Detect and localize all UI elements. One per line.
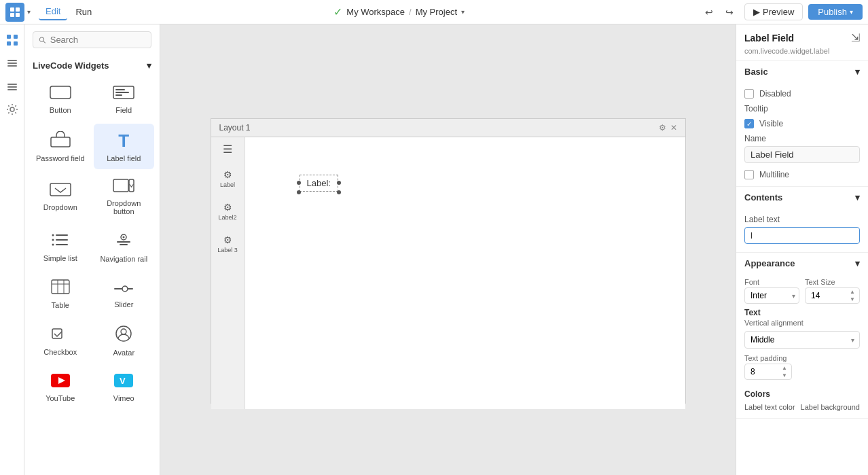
layout-main[interactable]: Label:	[245, 137, 685, 409]
widget-item-vimeo[interactable]: V Vimeo	[94, 366, 155, 409]
workspace-link[interactable]: My Workspace	[346, 7, 405, 17]
disabled-label: Disabled	[759, 89, 860, 99]
section-basic-header[interactable]: Basic ▾	[736, 61, 868, 82]
svg-point-15	[39, 37, 43, 41]
search-box[interactable]	[33, 31, 151, 48]
layout-body: ☰ ⚙ Label ⚙ Label2 ⚙ Label 3	[211, 137, 685, 409]
font-select[interactable]: Inter	[744, 287, 799, 304]
widget-label: Field	[115, 106, 132, 114]
widget-item-navigation-rail[interactable]: Navigation rail	[94, 225, 155, 270]
disabled-checkbox[interactable]	[744, 89, 754, 99]
navigation-rail-icon	[114, 232, 133, 252]
project-chevron-icon[interactable]: ▾	[461, 8, 465, 16]
widget-item-field[interactable]: Field	[94, 79, 155, 121]
section-appearance-header[interactable]: Appearance ▾	[736, 253, 868, 274]
vertical-align-select-wrap: Middle Top Bottom ▾	[744, 331, 860, 349]
widget-label: Checkbox	[43, 348, 77, 356]
publish-label: Publish	[818, 7, 847, 17]
svg-rect-31	[56, 244, 68, 245]
label-field-icon: T	[118, 130, 129, 152]
logo-chevron-icon[interactable]: ▾	[27, 8, 31, 16]
section-appearance-chevron-icon: ▾	[855, 258, 860, 268]
project-link[interactable]: My Project	[416, 7, 457, 17]
section-contents-header[interactable]: Contents ▾	[736, 187, 868, 208]
widget-item-youtube[interactable]: YouTube	[30, 366, 91, 409]
text-padding-up-button[interactable]: ▲	[778, 364, 791, 372]
widget-item-dropdown-button[interactable]: Dropdown button	[94, 172, 155, 222]
undo-button[interactable]: ↩	[700, 3, 719, 22]
vertical-align-select[interactable]: Middle Top Bottom	[744, 331, 860, 349]
visible-checkbox[interactable]: ✓	[744, 119, 754, 128]
svg-rect-10	[7, 65, 17, 67]
label-widget[interactable]: Label:	[300, 175, 338, 192]
gear-icon-1: ⚙	[223, 169, 232, 180]
publish-button[interactable]: Publish ▾	[808, 4, 863, 20]
widget-item-avatar[interactable]: Avatar	[94, 319, 155, 364]
svg-rect-36	[52, 280, 69, 294]
icon-sidebar	[0, 24, 24, 475]
sidebar-nav-label-2: Label2	[218, 214, 236, 221]
widget-item-simple-list[interactable]: Simple list	[30, 225, 91, 270]
label-text-input-wrap	[744, 227, 860, 248]
sidebar-nav-item-2[interactable]: ⚙ Label2	[218, 202, 236, 221]
widget-item-label-field[interactable]: T Label field	[94, 124, 155, 169]
widget-label: Simple list	[43, 254, 77, 262]
topbar: ▾ Edit Run ✓ My Workspace / My Project ▾…	[0, 0, 868, 24]
svg-text:V: V	[120, 376, 126, 386]
text-size-up-button[interactable]: ▲	[846, 288, 858, 296]
widget-item-dropdown[interactable]: Dropdown	[30, 172, 91, 222]
widget-item-password[interactable]: Password field	[30, 124, 91, 169]
preview-button[interactable]: ▶ Preview	[744, 3, 803, 20]
sidebar-layers-button[interactable]	[2, 53, 22, 73]
label-text-input[interactable]	[744, 227, 860, 244]
svg-rect-17	[50, 86, 71, 99]
sidebar-settings-button[interactable]	[2, 99, 22, 120]
search-input[interactable]	[50, 35, 145, 45]
redo-button[interactable]: ↪	[720, 3, 739, 22]
widget-item-checkbox[interactable]: Checkbox	[30, 319, 91, 364]
label-background-label: Label background	[801, 403, 860, 411]
sidebar-nav-item-3[interactable]: ⚙ Label 3	[217, 234, 238, 253]
widget-item-table[interactable]: Table	[30, 272, 91, 316]
label-text-color-label: Label text color	[744, 403, 795, 411]
props-expand-icon[interactable]: ⇲	[851, 31, 860, 44]
widget-item-slider[interactable]: Slider	[94, 272, 155, 316]
text-size-down-button[interactable]: ▼	[846, 296, 858, 303]
app-logo[interactable]	[5, 3, 24, 22]
svg-rect-21	[115, 94, 122, 96]
handle-bottom-left	[297, 190, 301, 194]
svg-rect-4	[7, 35, 11, 39]
svg-rect-6	[7, 41, 11, 46]
sidebar-nav-label-1: Label	[220, 181, 235, 188]
sidebar-nav-item-1[interactable]: ⚙ Label	[220, 169, 235, 188]
layout-close-icon[interactable]: ✕	[670, 123, 677, 133]
sidebar-menu-button[interactable]	[2, 76, 22, 96]
layout-settings-icon[interactable]: ⚙	[659, 123, 666, 133]
sidebar-widgets-button[interactable]	[2, 30, 22, 50]
svg-rect-3	[16, 13, 20, 17]
topbar-left: ▾ Edit Run	[5, 3, 98, 22]
widget-item-button[interactable]: Button	[30, 79, 91, 121]
svg-point-26	[52, 234, 54, 236]
tooltip-label: Tooltip	[744, 104, 860, 113]
widget-category-header[interactable]: LiveCode Widgets ▾	[24, 55, 160, 76]
field-icon	[113, 86, 134, 103]
name-input[interactable]	[744, 146, 860, 163]
nav-edit[interactable]: Edit	[39, 3, 67, 20]
gear-icon-3: ⚙	[223, 234, 232, 245]
props-panel: Label Field ⇲ com.livecode.widget.label …	[736, 24, 868, 475]
search-icon	[39, 36, 46, 44]
hamburger-icon[interactable]: ☰	[223, 143, 232, 156]
topbar-nav: Edit Run	[39, 3, 98, 20]
svg-rect-27	[56, 234, 68, 236]
svg-rect-22	[51, 137, 70, 147]
font-size-row: Font Inter ▾ Text Size	[744, 278, 860, 304]
text-padding-down-button[interactable]: ▼	[778, 372, 791, 379]
section-basic: Basic ▾ Disabled Tooltip ✓ Visible Name	[736, 61, 868, 187]
multiline-checkbox[interactable]	[744, 170, 754, 179]
vertical-align-label: Vertical alignment	[744, 319, 860, 327]
prop-row-label-text: Label text	[744, 212, 860, 227]
youtube-icon	[50, 373, 71, 391]
slider-icon	[114, 280, 133, 298]
nav-run[interactable]: Run	[69, 4, 98, 20]
